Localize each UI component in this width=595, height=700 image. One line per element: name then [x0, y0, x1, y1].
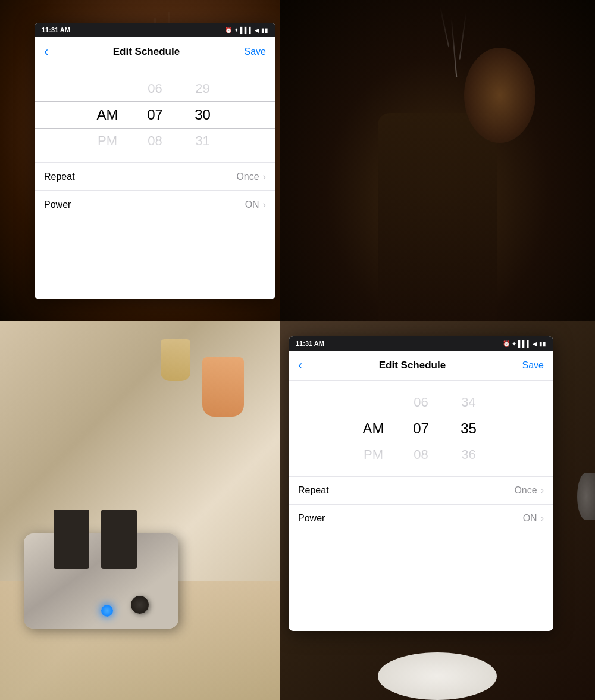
bottom-left-panel — [0, 321, 280, 700]
phone-screen-top: 11:31 AM ⏰ ✦ ▌▌▌ ◀ ▮▮ ‹ Edit Schedule Sa… — [35, 23, 275, 299]
period-selected-bottom: AM — [350, 415, 397, 442]
minute-selected-bottom: 35 — [445, 415, 493, 442]
app-header-bottom: ‹ Edit Schedule Save — [289, 351, 553, 381]
repeat-value-wrapper-bottom: Once › — [514, 485, 544, 496]
repeat-value-bottom: Once — [514, 485, 537, 496]
power-value-wrapper-bottom: ON › — [523, 513, 544, 524]
status-bar-top: 11:31 AM ⏰ ✦ ▌▌▌ ◀ ▮▮ — [35, 23, 275, 37]
alarm-icon: ⏰ — [225, 27, 232, 33]
bluetooth-icon: ✦ — [234, 27, 239, 33]
page-title-bottom: Edit Schedule — [379, 360, 446, 371]
power-value-top: ON — [245, 199, 259, 210]
repeat-value-wrapper-top: Once › — [236, 171, 266, 182]
back-button-bottom[interactable]: ‹ — [298, 358, 302, 373]
period-above-bottom — [350, 389, 397, 415]
hour-below-bottom: 08 — [397, 442, 445, 468]
hour-above: 06 — [131, 76, 179, 102]
power-row-top[interactable]: Power ON › — [35, 190, 275, 218]
period-below-bottom: PM — [350, 442, 397, 468]
power-value-bottom: ON — [523, 513, 537, 524]
repeat-row-bottom[interactable]: Repeat Once › — [289, 476, 553, 504]
page-title-top: Edit Schedule — [113, 46, 180, 58]
status-icons: ⏰ ✦ ▌▌▌ ◀ ▮▮ — [225, 27, 268, 33]
power-label-top: Power — [44, 199, 71, 210]
main-layout: 11:31 AM ⏰ ✦ ▌▌▌ ◀ ▮▮ ‹ Edit Schedule Sa… — [0, 0, 595, 700]
wifi-icon-bottom: ◀ — [533, 340, 537, 347]
hour-column-bottom: 06 07 08 — [397, 389, 445, 468]
minute-below-bottom: 36 — [445, 442, 493, 468]
minute-below: 31 — [179, 128, 227, 154]
minute-above: 29 — [179, 76, 227, 102]
minute-column-bottom: 34 35 36 — [445, 389, 493, 468]
bottom-right-panel: 11:31 AM ⏰ ✦ ▌▌▌ ◀ ▮▮ ‹ Edit Schedule Sa… — [280, 321, 595, 700]
battery-icon: ▮▮ — [261, 27, 268, 33]
period-column-top: AM PM — [84, 76, 131, 154]
minute-selected: 30 — [179, 102, 227, 128]
repeat-chevron-icon-top: › — [263, 171, 266, 182]
power-label-bottom: Power — [298, 513, 325, 524]
status-time-bottom: 11:31 AM — [296, 340, 324, 347]
bottom-spacer-bottom — [289, 532, 553, 556]
signal-icon-bottom: ▌▌▌ — [518, 340, 531, 347]
top-right-panel — [280, 0, 595, 321]
power-row-bottom[interactable]: Power ON › — [289, 504, 553, 532]
top-left-panel: 11:31 AM ⏰ ✦ ▌▌▌ ◀ ▮▮ ‹ Edit Schedule Sa… — [0, 0, 280, 321]
period-below: PM — [84, 128, 131, 154]
time-picker-top[interactable]: AM PM 06 07 08 29 30 31 — [35, 67, 275, 162]
repeat-value-top: Once — [236, 171, 259, 182]
period-selected: AM — [84, 102, 131, 128]
minute-column-top: 29 30 31 — [179, 76, 227, 154]
hour-below: 08 — [131, 128, 179, 154]
back-button-top[interactable]: ‹ — [44, 44, 48, 60]
hour-selected: 07 — [131, 102, 179, 128]
app-header-top: ‹ Edit Schedule Save — [35, 37, 275, 67]
bluetooth-icon-bottom: ✦ — [512, 340, 516, 347]
status-time: 11:31 AM — [42, 26, 70, 33]
period-above — [84, 76, 131, 102]
status-icons-bottom: ⏰ ✦ ▌▌▌ ◀ ▮▮ — [503, 340, 546, 347]
wifi-icon: ◀ — [255, 27, 259, 33]
hour-selected-bottom: 07 — [397, 415, 445, 442]
repeat-label-top: Repeat — [44, 171, 75, 182]
save-button-top[interactable]: Save — [245, 46, 266, 57]
power-value-wrapper-top: ON › — [245, 199, 266, 210]
hour-column-top: 06 07 08 — [131, 76, 179, 154]
repeat-row-top[interactable]: Repeat Once › — [35, 162, 275, 190]
status-bar-bottom: 11:31 AM ⏰ ✦ ▌▌▌ ◀ ▮▮ — [289, 336, 553, 351]
power-chevron-icon-top: › — [263, 199, 266, 210]
alarm-icon-bottom: ⏰ — [503, 340, 510, 347]
period-column-bottom: AM PM — [350, 389, 397, 468]
save-button-bottom[interactable]: Save — [522, 360, 544, 371]
battery-icon-bottom: ▮▮ — [539, 340, 546, 347]
signal-icon: ▌▌▌ — [240, 27, 253, 33]
picker-container-bottom: AM PM 06 07 08 34 35 36 — [289, 381, 553, 476]
repeat-chevron-icon-bottom: › — [541, 485, 544, 496]
bottom-spacer-top — [35, 218, 275, 242]
repeat-label-bottom: Repeat — [298, 485, 329, 496]
picker-container-top: AM PM 06 07 08 29 30 31 — [35, 67, 275, 162]
phone-screen-bottom: 11:31 AM ⏰ ✦ ▌▌▌ ◀ ▮▮ ‹ Edit Schedule Sa… — [289, 336, 553, 631]
time-picker-bottom[interactable]: AM PM 06 07 08 34 35 36 — [289, 381, 553, 476]
minute-above-bottom: 34 — [445, 389, 493, 415]
hour-above-bottom: 06 — [397, 389, 445, 415]
power-chevron-icon-bottom: › — [541, 513, 544, 524]
